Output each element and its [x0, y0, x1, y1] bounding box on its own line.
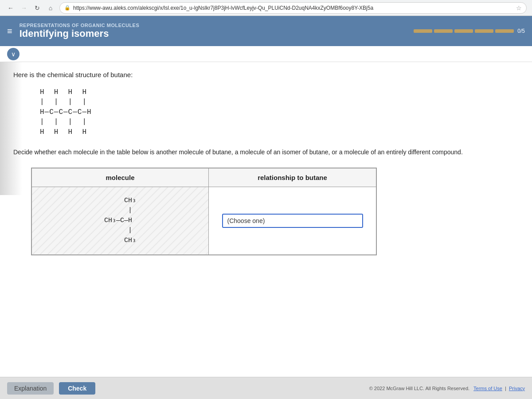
top-header: ≡ REPRESENTATIONS OF ORGANIC MOLECULES I… — [0, 16, 532, 46]
star-icon[interactable]: ☆ — [516, 4, 522, 12]
privacy-link[interactable]: Privacy — [509, 386, 525, 391]
molecule-structure-diagram: CH₃ | CH₃—C—H | CH₃ — [104, 196, 136, 246]
footer-copyright: © 2022 McGraw Hill LLC. All Rights Reser… — [369, 386, 525, 391]
chevron-row: ∨ — [0, 46, 532, 62]
browser-nav-icons: ← → ↻ ⌂ — [5, 3, 56, 13]
column-header-relationship: relationship to butane — [209, 168, 377, 187]
chevron-down-button[interactable]: ∨ — [7, 48, 20, 60]
check-button[interactable]: Check — [59, 382, 95, 395]
forward-button[interactable]: → — [19, 3, 29, 13]
header-subtitle: REPRESENTATIONS OF ORGANIC MOLECULES — [20, 23, 409, 28]
browser-bar: ← → ↻ ⌂ 🔒 https://www-awu.aleks.com/alek… — [0, 0, 532, 16]
main-content: Here is the chemical structure of butane… — [0, 62, 532, 377]
progress-label: 0/5 — [517, 28, 525, 34]
column-header-molecule: molecule — [31, 168, 209, 187]
progress-seg-1 — [414, 29, 432, 33]
table-row: CH₃ | CH₃—C—H | CH₃ (Choose one) another… — [31, 187, 376, 255]
address-bar[interactable]: 🔒 https://www-awu.aleks.com/alekscgi/x/l… — [59, 2, 527, 14]
header-title: Identifying isomers — [20, 28, 409, 39]
molecule-cell: CH₃ | CH₃—C—H | CH₃ — [31, 187, 209, 255]
relationship-cell: (Choose one) another molecule of butane … — [209, 187, 377, 255]
back-button[interactable]: ← — [5, 3, 16, 13]
refresh-button[interactable]: ↻ — [32, 3, 43, 13]
terms-of-use-link[interactable]: Terms of Use — [473, 386, 502, 391]
explanation-button[interactable]: Explanation — [7, 382, 54, 395]
description-text: Decide whether each molecule in the tabl… — [13, 148, 519, 157]
home-button[interactable]: ⌂ — [45, 3, 56, 13]
relationship-dropdown[interactable]: (Choose one) another molecule of butane … — [222, 214, 363, 228]
lock-icon: 🔒 — [64, 5, 70, 11]
footer-row: Explanation Check © 2022 McGraw Hill LLC… — [0, 377, 532, 399]
header-text-block: REPRESENTATIONS OF ORGANIC MOLECULES Ide… — [20, 23, 409, 39]
hamburger-menu[interactable]: ≡ — [7, 26, 12, 36]
progress-seg-4 — [475, 29, 493, 33]
progress-bar-container: 0/5 — [414, 28, 525, 34]
butane-structure-diagram: H H H H | | | | H—C—C—C—C—H | | | | H H … — [40, 87, 519, 137]
progress-seg-5 — [495, 29, 514, 33]
intro-text: Here is the chemical structure of butane… — [13, 71, 519, 78]
progress-seg-3 — [454, 29, 473, 33]
url-text: https://www-awu.aleks.com/alekscgi/x/lsl… — [73, 5, 373, 11]
dropdown-wrapper: (Choose one) another molecule of butane … — [218, 214, 367, 228]
progress-seg-2 — [434, 29, 453, 33]
molecule-table: molecule relationship to butane CH₃ | CH… — [31, 168, 377, 256]
